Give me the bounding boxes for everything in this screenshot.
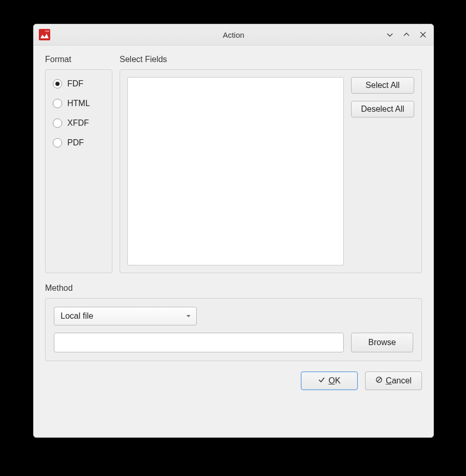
deselect-all-button[interactable]: Deselect All — [351, 101, 414, 117]
ok-button[interactable]: OK — [301, 371, 358, 390]
dialog-body: Format FDF HTML XFDF — [34, 46, 433, 437]
format-option-xfdf[interactable]: XFDF — [53, 118, 108, 128]
radio-icon — [53, 118, 62, 128]
top-row: Format FDF HTML XFDF — [45, 55, 422, 273]
minimize-button[interactable] — [384, 28, 396, 41]
radio-icon — [53, 99, 62, 108]
close-button[interactable] — [417, 28, 429, 41]
select-fields-panel: Select All Deselect All — [120, 69, 422, 273]
path-input[interactable] — [54, 333, 344, 352]
format-option-label: FDF — [67, 79, 83, 88]
path-row: Browse — [54, 333, 413, 352]
cancel-button-label: Cancel — [386, 376, 412, 385]
format-option-label: XFDF — [67, 118, 89, 128]
format-option-fdf[interactable]: FDF — [53, 79, 108, 88]
radio-icon — [53, 138, 62, 147]
dialog-buttons: OK Cancel — [45, 371, 422, 390]
method-panel: Local file Browse — [45, 298, 422, 361]
radio-icon — [53, 79, 62, 88]
dialog-window: PDF Action Format — [33, 24, 434, 438]
format-section: Format FDF HTML XFDF — [45, 55, 112, 273]
chevron-down-icon — [186, 311, 191, 321]
method-section: Method Local file Browse — [45, 284, 422, 361]
format-option-html[interactable]: HTML — [53, 99, 108, 108]
select-fields-section: Select Fields Select All Deselect All — [120, 55, 422, 273]
fields-side-buttons: Select All Deselect All — [351, 77, 414, 265]
title-bar: PDF Action — [34, 24, 433, 46]
window-controls — [384, 28, 429, 41]
format-option-label: PDF — [67, 138, 84, 147]
select-all-button[interactable]: Select All — [351, 77, 414, 94]
format-option-label: HTML — [67, 99, 90, 108]
check-icon — [318, 376, 325, 385]
prohibit-icon — [375, 376, 383, 385]
format-panel: FDF HTML XFDF PDF — [45, 69, 112, 273]
browse-button[interactable]: Browse — [351, 333, 413, 352]
method-combo-value: Local file — [61, 311, 93, 321]
window-title: Action — [34, 31, 433, 39]
maximize-button[interactable] — [400, 28, 413, 41]
method-heading: Method — [45, 284, 422, 293]
svg-text:PDF: PDF — [45, 30, 50, 33]
method-combo[interactable]: Local file — [54, 307, 197, 325]
ok-button-label: OK — [328, 376, 340, 385]
cancel-button[interactable]: Cancel — [365, 371, 422, 390]
select-fields-heading: Select Fields — [120, 55, 422, 64]
svg-line-3 — [377, 378, 381, 381]
format-heading: Format — [45, 55, 112, 64]
app-pdf-icon: PDF — [39, 29, 50, 40]
format-radio-list: FDF HTML XFDF PDF — [53, 79, 108, 147]
fields-listbox[interactable] — [127, 77, 344, 265]
format-option-pdf[interactable]: PDF — [53, 138, 108, 147]
